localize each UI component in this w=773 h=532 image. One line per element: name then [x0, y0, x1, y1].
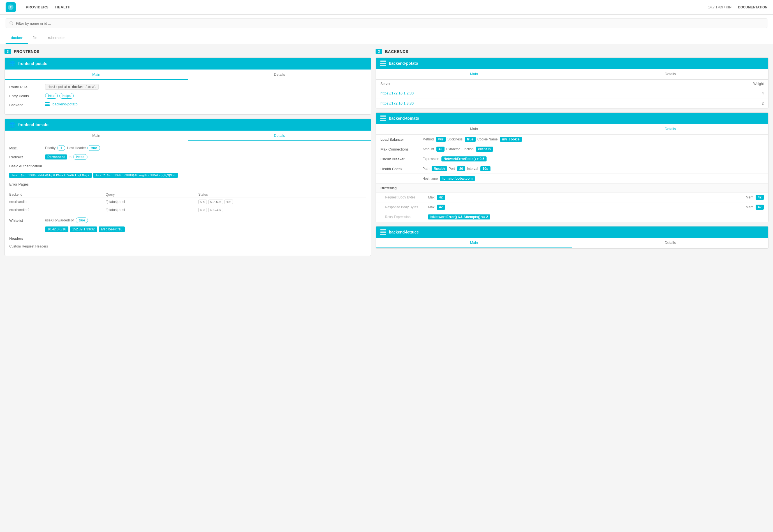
weight-col-header: Weight [645, 80, 768, 88]
cb-row: Circuit Breaker Expression NetworkErrorR… [376, 154, 768, 164]
mc-extractor-val: client.ip [476, 147, 493, 152]
cb-expr-key: Expression [422, 157, 439, 161]
backend-potato-table: Server Weight https://172.16.1.2:80 4 ht… [376, 80, 768, 108]
table-row: https://172.16.1.3:80 2 [376, 98, 768, 108]
backend-potato-name: backend-potato [389, 61, 418, 66]
frontends-header: 3 FRONTENDS [4, 49, 371, 54]
hc-hostname-key: Hostname [422, 177, 438, 181]
res-max-val: 42 [437, 205, 445, 210]
res-mem-val: 42 [756, 205, 764, 210]
hc-hostname-value: Hostname tomato.foobar.com [422, 176, 764, 181]
lb-stickiness-key: Stickiness [447, 137, 462, 141]
doc-link[interactable]: DOCUMENTATION [738, 5, 767, 9]
navbar: T PROVIDERS HEALTH 14.7.1789 / KIRI DOCU… [0, 0, 773, 15]
hc-value: Path /health Port 80 Interval 10s [422, 166, 764, 171]
redirect-permanent: Permanent [45, 154, 67, 159]
backend-potato-link[interactable]: backend-potato [52, 102, 78, 106]
tab-kubernetes[interactable]: kubernetes [42, 32, 70, 44]
use-x-forwarded-value: true [76, 218, 88, 223]
nav-providers[interactable]: PROVIDERS [26, 5, 48, 9]
misc-label: Misc. [9, 145, 43, 150]
entry-point-https: https [59, 93, 74, 99]
lb-cookie-key: Cookie Name [477, 137, 498, 141]
backends-section: 3 BACKENDS backend-potato Main Details [376, 49, 769, 260]
hc-interval-key: Interval [467, 167, 478, 171]
frontend-potato-name: frontend-potato [18, 61, 47, 66]
backend-potato-tab-main[interactable]: Main [376, 69, 572, 79]
req-max-val: 42 [437, 195, 445, 200]
cb-expr-val: NetworkErrorRatio() > 0.5 [441, 156, 487, 161]
ip-1: 10.42.0.0/16 [45, 226, 68, 232]
logo: T [6, 2, 17, 12]
err-query-1: /{status}.html [106, 198, 198, 206]
backend-lettuce-tab-details[interactable]: Details [572, 238, 768, 248]
card-backend-tomato: backend-tomato Main Details Load Balance… [376, 112, 769, 222]
frontend-potato-tab-details[interactable]: Details [188, 70, 371, 80]
hc-label: Health Check [380, 167, 420, 171]
backend-row: Backend backend-potato [9, 102, 366, 107]
frontend-potato-body: Route Rule Host:potato.docker.local Entr… [5, 80, 371, 114]
backend-tomato-tab-details[interactable]: Details [572, 124, 768, 134]
redirect-row: Redirect Permanent to https [9, 154, 366, 160]
redirect-label: Redirect [9, 154, 43, 159]
lb-value: Method wrr Stickiness true Cookie Name m… [422, 137, 764, 142]
redirect-https: https [73, 154, 87, 160]
frontend-tomato-tab-details[interactable]: Details [188, 131, 371, 141]
backend-tomato-tab-main[interactable]: Main [376, 124, 572, 134]
basic-auth-label: Basic Authentication [9, 163, 43, 168]
card-header-backend-potato: backend-potato [376, 58, 768, 69]
error-page-row-2: errorhandler2 /{status}.html 403 405-407 [9, 206, 366, 214]
frontends-count: 3 [4, 49, 11, 54]
route-rule-label: Route Rule [9, 84, 43, 89]
whitelist-label: Whitelist [9, 218, 43, 223]
hc-row: Health Check Path /health Port 80 Interv… [376, 164, 768, 174]
server-url-2[interactable]: https://172.16.1.3:80 [380, 101, 414, 105]
status-403: 403 [198, 208, 207, 212]
card-header-backend-tomato: backend-tomato [376, 113, 768, 124]
ip-2: 152.89.1.33/32 [70, 226, 97, 232]
error-pages-table: Backend Query Status errorhandler /{stat… [9, 191, 366, 214]
mc-label: Max Connections [380, 147, 420, 151]
req-body-row: Request Body Bytes Max 42 Mem 42 [376, 193, 768, 202]
backend-lettuce-tab-main[interactable]: Main [376, 238, 572, 248]
error-pages-row: Error Pages Backend Query Status errorha… [9, 181, 366, 214]
search-input[interactable] [16, 21, 764, 26]
error-pages-label: Error Pages [9, 181, 43, 186]
use-x-forwarded-label: useXForwardedFor [45, 218, 74, 222]
err-backend-1: errorhandler [9, 198, 106, 206]
backend-potato-tab-details[interactable]: Details [572, 69, 768, 79]
server-col-header: Server [376, 80, 645, 88]
retry-expr-val: IsNetworkError() && Attempts() <= 2 [428, 214, 490, 219]
frontend-potato-tab-main[interactable]: Main [5, 70, 188, 80]
card-frontend-potato: 🌐 frontend-potato Main Details Route Rul… [4, 57, 371, 115]
res-body-row: Response Body Bytes Max 42 Mem 42 [376, 202, 768, 212]
backend-lettuce-tabs: Main Details [376, 238, 768, 248]
frontends-title: FRONTENDS [14, 49, 40, 54]
auth-token-2: test2:$apr1$d9hr9HBB$4HxwgUir3HP4EsggP/Q… [93, 173, 178, 178]
search-icon [9, 21, 14, 26]
nav-health[interactable]: HEALTH [55, 5, 71, 9]
server-url-1[interactable]: https://172.16.1.2:80 [380, 91, 414, 95]
entry-point-http: http [45, 93, 58, 99]
backend-icon [45, 102, 50, 106]
res-body-label: Response Body Bytes [380, 205, 425, 209]
server-icon-potato [380, 61, 386, 66]
whitelist-value: useXForwardedFor true [45, 218, 366, 223]
backend-label: Backend [9, 102, 43, 107]
err-backend-2: errorhandler2 [9, 206, 106, 214]
card-backend-potato: backend-potato Main Details Server Weigh… [376, 57, 769, 108]
err-col-backend: Backend [9, 191, 106, 198]
lb-row: Load Balancer Method wrr Stickiness true… [376, 135, 768, 144]
frontend-tomato-body: Misc. Priority 1 Host Header true Redire… [5, 141, 371, 256]
tab-file[interactable]: file [28, 32, 43, 44]
card-header-frontend-tomato: 🌐 frontend-tomato [5, 119, 371, 131]
frontend-potato-tabs: Main Details [5, 70, 371, 80]
tab-docker[interactable]: docker [6, 32, 28, 44]
error-page-row-1: errorhandler /{status}.html 500 502-504 … [9, 198, 366, 206]
lb-method-val: wrr [436, 137, 446, 142]
frontend-tomato-tab-main[interactable]: Main [5, 131, 188, 141]
frontend-tomato-name: frontend-tomato [18, 122, 48, 127]
card-header-frontend-potato: 🌐 frontend-potato [5, 58, 371, 70]
priority-value: 1 [57, 145, 65, 151]
retry-expr-label: Retry Expression [380, 215, 425, 219]
